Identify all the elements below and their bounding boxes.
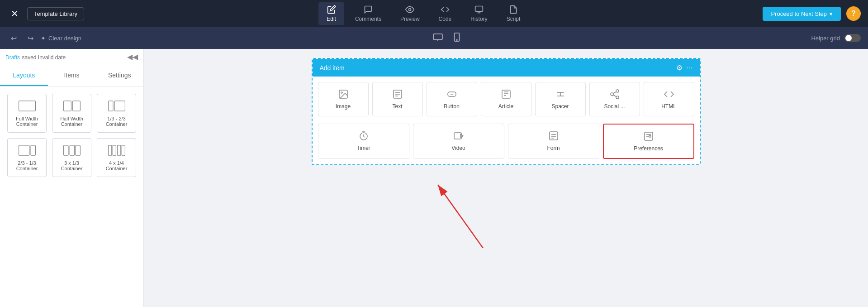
toolbar-left: ↩ ↪ ✦ Clear design	[7, 32, 81, 44]
item-card-image[interactable]: Image	[318, 82, 369, 116]
layout-one-third-two-thirds-label: 1/3 - 2/3Container	[106, 116, 128, 127]
layout-three-thirds-label: 3 x 1/3Container	[61, 160, 83, 171]
nav-history-label: History	[470, 16, 487, 22]
item-timer-label: Timer	[356, 145, 370, 151]
layout-four-quarters-label: 4 x 1/4Container	[106, 160, 128, 171]
svg-point-40	[616, 96, 619, 99]
collapse-sidebar-button[interactable]: ◀◀	[127, 53, 138, 61]
layout-full-width[interactable]: Full WidthContainer	[7, 94, 47, 133]
proceed-button[interactable]: Proceed to Next Step ▾	[763, 7, 841, 21]
panel-more-button[interactable]: ···	[686, 63, 692, 72]
nav-item-edit[interactable]: Edit	[318, 2, 344, 25]
svg-line-42	[613, 92, 616, 94]
nav-comments-label: Comments	[355, 16, 381, 22]
nav-preview-label: Preview	[400, 16, 420, 22]
secondary-toolbar: ↩ ↪ ✦ Clear design Helper grid	[0, 27, 868, 49]
items-row-2: Timer Video Form Preferences	[313, 122, 700, 164]
item-social1-label: Social ...	[604, 103, 625, 110]
layout-half-width[interactable]: Half WidthContainer	[52, 94, 91, 133]
clear-design-label: Clear design	[48, 35, 81, 42]
layout-half-width-label: Half WidthContainer	[60, 116, 83, 127]
nav-edit-label: Edit	[327, 16, 336, 22]
item-card-html[interactable]: HTML	[644, 82, 694, 116]
item-form-label: Form	[547, 145, 560, 151]
redo-button[interactable]: ↪	[24, 32, 37, 44]
proceed-label: Proceed to Next Step	[771, 10, 827, 17]
svg-rect-54	[649, 135, 651, 137]
item-card-video[interactable]: Video	[413, 124, 504, 159]
close-button[interactable]: ✕	[7, 6, 22, 21]
item-article-label: Article	[498, 103, 513, 110]
template-library-button[interactable]: Template Library	[27, 7, 84, 20]
tab-layouts-label: Layouts	[13, 72, 35, 79]
item-video-label: Video	[451, 145, 465, 151]
desktop-view-button[interactable]	[431, 31, 445, 45]
item-text-label: Text	[392, 103, 402, 110]
panel-gear-button[interactable]: ⚙	[676, 63, 683, 72]
red-arrow-annotation	[379, 176, 515, 248]
main-area: Drafts saved Invalid date ◀◀ Layouts Ite…	[0, 49, 868, 307]
nav-item-script[interactable]: Script	[498, 2, 529, 25]
help-button[interactable]: ?	[846, 6, 861, 21]
item-card-social1[interactable]: Social ...	[589, 82, 640, 116]
help-label: ?	[851, 10, 856, 18]
layouts-grid: Full WidthContainer Half WidthContainer …	[0, 86, 143, 184]
item-image-label: Image	[336, 103, 351, 110]
layout-three-thirds[interactable]: 3 x 1/3Container	[52, 138, 91, 177]
item-card-preferences[interactable]: Preferences	[603, 124, 694, 159]
item-card-button[interactable]: Button	[427, 82, 477, 116]
nav-item-code[interactable]: Code	[431, 2, 460, 25]
svg-rect-11	[72, 101, 80, 111]
add-item-title: Add item	[320, 64, 345, 72]
helper-grid-label: Helper grid	[811, 35, 840, 42]
clear-design-button[interactable]: ✦ Clear design	[41, 35, 81, 42]
item-preferences-label: Preferences	[634, 145, 663, 152]
top-nav-right: Proceed to Next Step ▾ ?	[763, 6, 861, 21]
draft-status-area: Drafts saved Invalid date	[5, 53, 66, 61]
svg-line-41	[613, 95, 616, 97]
undo-button[interactable]: ↩	[7, 32, 20, 44]
svg-rect-47	[550, 132, 558, 140]
tab-items[interactable]: Items	[48, 65, 96, 86]
layout-one-third-two-thirds[interactable]: 1/3 - 2/3Container	[97, 94, 136, 133]
layout-four-quarters[interactable]: 4 x 1/4Container	[97, 138, 136, 177]
add-item-panel: Add item ⚙ ··· Image Text	[312, 58, 701, 165]
item-spacer-label: Spacer	[551, 103, 569, 110]
nav-item-comments[interactable]: Comments	[347, 2, 389, 25]
svg-marker-46	[460, 134, 463, 138]
tab-layouts[interactable]: Layouts	[0, 65, 48, 86]
nav-script-label: Script	[507, 16, 521, 22]
nav-item-preview[interactable]: Preview	[392, 2, 428, 25]
tab-settings-label: Settings	[108, 72, 131, 79]
item-card-text[interactable]: Text	[372, 82, 423, 116]
svg-rect-19	[108, 145, 111, 155]
nav-item-history[interactable]: History	[462, 2, 495, 25]
item-card-form[interactable]: Form	[508, 124, 599, 159]
sidebar-tabs: Layouts Items Settings	[0, 65, 143, 86]
clear-design-icon: ✦	[41, 35, 46, 42]
svg-rect-31	[502, 90, 510, 98]
toolbar-right: Helper grid	[811, 34, 861, 42]
mobile-view-button[interactable]	[452, 31, 462, 46]
svg-rect-22	[122, 145, 125, 155]
svg-point-38	[616, 90, 619, 92]
helper-grid-toggle[interactable]	[844, 34, 861, 42]
item-button-label: Button	[444, 103, 460, 110]
layout-two-thirds-one-third-label: 2/3 - 1/3Container	[16, 160, 38, 171]
layout-two-thirds-one-third[interactable]: 2/3 - 1/3Container	[7, 138, 47, 177]
svg-rect-14	[19, 145, 29, 155]
svg-point-0	[409, 9, 411, 11]
svg-rect-1	[475, 6, 483, 12]
svg-rect-12	[108, 101, 113, 111]
tab-settings[interactable]: Settings	[95, 65, 143, 86]
layout-full-width-label: Full WidthContainer	[16, 116, 38, 127]
item-card-article[interactable]: Article	[481, 82, 531, 116]
item-card-spacer[interactable]: Spacer	[535, 82, 586, 116]
item-card-timer[interactable]: Timer	[318, 124, 409, 159]
nav-code-label: Code	[439, 16, 452, 22]
tab-items-label: Items	[64, 72, 79, 79]
top-nav-left: ✕ Template Library	[7, 6, 84, 21]
panel-icons: ⚙ ···	[676, 63, 692, 72]
svg-rect-10	[63, 101, 71, 111]
svg-rect-20	[113, 145, 116, 155]
